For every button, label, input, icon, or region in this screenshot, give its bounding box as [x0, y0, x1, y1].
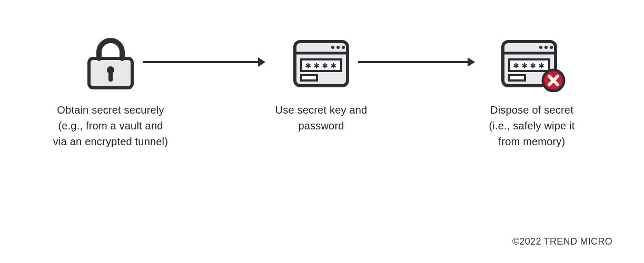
caption-line: from memory)	[499, 136, 566, 147]
svg-point-6	[336, 46, 340, 49]
svg-point-18	[550, 46, 553, 49]
step-caption: Use secret key and password	[253, 102, 390, 134]
svg-text:✱: ✱	[322, 59, 328, 70]
svg-text:✱: ✱	[522, 59, 528, 70]
arrow-icon	[358, 61, 474, 63]
arrow-icon	[143, 61, 264, 63]
caption-line: password	[298, 120, 344, 132]
svg-rect-2	[108, 71, 113, 82]
lock-icon	[42, 32, 179, 95]
svg-text:✱: ✱	[305, 59, 311, 70]
secret-lifecycle-diagram: Obtain secret securely (e.g., from a vau…	[0, 32, 644, 231]
svg-text:✱: ✱	[530, 59, 536, 70]
svg-point-16	[539, 46, 542, 49]
svg-rect-13	[301, 75, 317, 80]
step-caption: Dispose of secret (i.e., safely wipe it …	[463, 102, 600, 149]
svg-text:✱: ✱	[314, 59, 320, 70]
caption-line: Use secret key and	[275, 104, 368, 116]
caption-line: via an encrypted tunnel)	[53, 136, 168, 147]
caption-line: (i.e., safely wipe it	[489, 120, 574, 132]
svg-text:✱: ✱	[539, 59, 544, 70]
step-use-secret: ✱ ✱ ✱ ✱ Use secret key and password	[253, 32, 390, 134]
password-window-icon: ✱ ✱ ✱ ✱	[253, 32, 390, 95]
step-dispose-secret: ✱ ✱ ✱ ✱ Dispose of secret (i.e., safely …	[463, 32, 600, 149]
caption-line: Obtain secret securely	[57, 104, 164, 116]
step-obtain-secret: Obtain secret securely (e.g., from a vau…	[42, 32, 179, 149]
caption-line: Dispose of secret	[490, 104, 573, 116]
svg-rect-24	[509, 75, 525, 80]
password-window-delete-icon: ✱ ✱ ✱ ✱	[463, 32, 600, 95]
caption-line: (e.g., from a vault and	[58, 120, 163, 132]
svg-point-5	[331, 46, 334, 49]
step-caption: Obtain secret securely (e.g., from a vau…	[42, 102, 179, 149]
svg-text:✱: ✱	[513, 59, 519, 70]
svg-text:✱: ✱	[331, 59, 336, 70]
copyright-text: ©2022 TREND MICRO	[512, 236, 612, 247]
svg-point-7	[342, 46, 345, 49]
svg-point-17	[544, 46, 548, 49]
